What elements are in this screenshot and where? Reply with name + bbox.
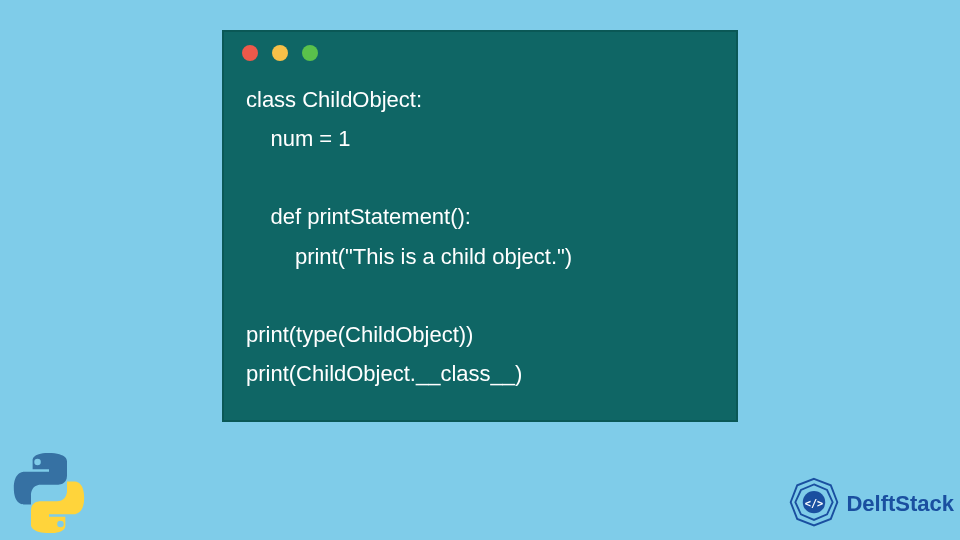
- svg-text:</>: </>: [805, 497, 824, 509]
- brand-name: DelftStack: [846, 491, 954, 517]
- window-titlebar: [224, 32, 736, 74]
- python-logo-icon: [4, 448, 94, 538]
- brand-badge: </> DelftStack: [786, 476, 954, 532]
- maximize-icon: [302, 45, 318, 61]
- delftstack-logo-icon: </>: [786, 476, 842, 532]
- code-block: class ChildObject: num = 1 def printStat…: [224, 74, 736, 411]
- minimize-icon: [272, 45, 288, 61]
- close-icon: [242, 45, 258, 61]
- code-window: class ChildObject: num = 1 def printStat…: [222, 30, 738, 422]
